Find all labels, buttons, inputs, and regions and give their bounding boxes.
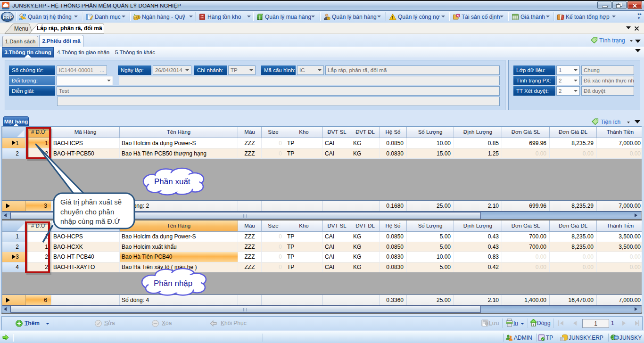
svg-text:$: $ [328, 17, 330, 20]
svg-text:$: $ [138, 16, 140, 19]
